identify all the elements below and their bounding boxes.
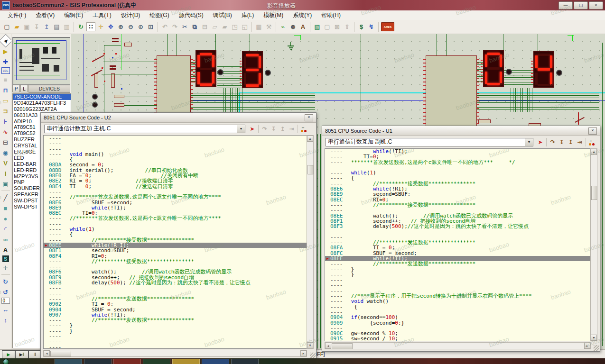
menu-item[interactable]: 调试(B): [208, 10, 237, 20]
menu-item[interactable]: 库(L): [237, 10, 259, 20]
rotate-ccw-icon[interactable]: ↺: [1, 287, 10, 297]
symbol-2d-icon[interactable]: S: [2, 255, 9, 262]
taskbar-item[interactable]: [143, 359, 170, 364]
scroll-right-icon[interactable]: ▸: [584, 343, 590, 349]
block-move-icon[interactable]: ▰: [220, 22, 229, 31]
maximize-button[interactable]: ▢: [574, 1, 588, 9]
bill-of-materials-icon[interactable]: $: [357, 22, 366, 31]
scroll-left-icon[interactable]: ◂: [325, 343, 331, 349]
save-icon[interactable]: ▣: [22, 22, 31, 31]
resize-grip[interactable]: [594, 345, 599, 351]
step-over-icon[interactable]: ↷: [549, 138, 557, 146]
print-icon[interactable]: ▤: [52, 22, 61, 31]
menu-item[interactable]: 帮助(H): [316, 10, 345, 20]
selection-mode-icon[interactable]: ➤: [0, 34, 12, 47]
toggle-grid-icon[interactable]: ∷: [86, 22, 95, 31]
title-bar[interactable]: ISIS baobaoSCommun2 - ISIS Professional …: [0, 0, 605, 10]
scroll-up-icon[interactable]: ▲: [307, 136, 313, 142]
marker-2d-icon[interactable]: ✛: [1, 263, 10, 273]
menu-item[interactable]: 查看(V): [31, 10, 59, 20]
remove-sheet-icon[interactable]: ⊠: [333, 22, 342, 31]
chevron-down-icon[interactable]: ▼: [525, 138, 533, 146]
resize-grip[interactable]: [310, 353, 316, 358]
design-explorer-icon[interactable]: ▧: [313, 22, 322, 31]
scroll-down-icon[interactable]: ▼: [307, 342, 313, 348]
copy-icon[interactable]: ⧉: [190, 22, 199, 31]
menu-item[interactable]: 编辑(E): [59, 10, 88, 20]
mark-print-area-icon[interactable]: ▥: [62, 22, 71, 31]
run-to-cursor-icon[interactable]: ⇥: [288, 125, 296, 133]
run-to-cursor-icon[interactable]: ⇥: [576, 138, 584, 146]
junction-dot-icon[interactable]: ✚: [1, 57, 10, 66]
taskbar-item[interactable]: [202, 359, 229, 364]
circle-2d-icon[interactable]: ●: [1, 214, 10, 223]
flip-h-icon[interactable]: ↔: [1, 305, 10, 314]
scroll-left-icon[interactable]: ◂: [44, 350, 50, 356]
block-delete-icon[interactable]: ◱: [240, 22, 249, 31]
block-rotate-icon[interactable]: ◳: [230, 22, 239, 31]
redo-icon[interactable]: ↷: [170, 22, 179, 31]
device-list-item[interactable]: 7SEG-COM-ANODE: [13, 94, 71, 100]
goto-parent-sheet-icon[interactable]: ⇧: [343, 22, 352, 31]
scrollbar-thumb[interactable]: [50, 351, 71, 357]
cut-icon[interactable]: ✂: [180, 22, 189, 31]
menu-item[interactable]: 绘图(G): [145, 10, 174, 20]
line-2d-icon[interactable]: ╱: [1, 193, 10, 202]
library-manage-button[interactable]: L: [20, 85, 28, 92]
paste-icon[interactable]: ⊟: [200, 22, 209, 31]
close-icon[interactable]: ×: [588, 127, 597, 135]
step-over-icon[interactable]: ↷: [261, 125, 269, 133]
export-file-icon[interactable]: ↥: [42, 22, 51, 31]
source-window-u2[interactable]: 8051 CPU Source Code - U2 × 串行通信计数互加 主机.…: [40, 112, 316, 359]
device-pin-icon[interactable]: ⊦: [1, 117, 10, 126]
chevron-down-icon[interactable]: ▼: [237, 125, 245, 133]
angle-field[interactable]: 0: [1, 298, 10, 304]
debug-run-icon[interactable]: ➤: [536, 138, 544, 146]
device-list-item[interactable]: 02016G223ZAT2A: [13, 106, 71, 112]
menu-item[interactable]: 源代码(S): [174, 10, 208, 20]
vertical-scrollbar[interactable]: ▲ ▼: [307, 135, 314, 349]
code-editor[interactable]: ---- while(!TI);---- TI=0;---- *******首次…: [325, 148, 591, 341]
play-button[interactable]: ▶: [2, 350, 15, 359]
electrical-rules-check-icon[interactable]: ↯: [367, 22, 376, 31]
virtual-instruments-icon[interactable]: ▣: [1, 179, 10, 189]
scroll-down-icon[interactable]: ▼: [591, 335, 597, 341]
subcircuit-icon[interactable]: ▭: [1, 96, 10, 105]
schematic-overview-panel[interactable]: [12, 37, 70, 85]
taskbar-item[interactable]: [172, 359, 200, 364]
netlist-to-ares-icon[interactable]: ARES: [381, 22, 394, 31]
block-copy-icon[interactable]: ▱: [210, 22, 219, 31]
zoom-in-icon[interactable]: ⊕: [116, 22, 125, 31]
redraw-icon[interactable]: ↻: [76, 22, 85, 31]
import-file-icon[interactable]: ↧: [32, 22, 41, 31]
source-file-select[interactable]: 串行通信计数互加 副机.C ▼: [326, 138, 533, 146]
start-button[interactable]: [3, 359, 9, 364]
scroll-right-icon[interactable]: ▸: [300, 350, 307, 356]
windows-taskbar[interactable]: [0, 358, 605, 364]
zoom-out-icon[interactable]: ⊖: [126, 22, 135, 31]
taskbar-item[interactable]: [113, 359, 141, 364]
step-frame-button[interactable]: ▶‖: [15, 350, 28, 359]
source-window-title-bar[interactable]: 8051 CPU Source Code - U2 ×: [41, 113, 316, 123]
step-out-icon[interactable]: ↥: [567, 138, 575, 146]
box-2d-icon[interactable]: ■: [1, 203, 10, 213]
device-list-item[interactable]: 9C04021A4703FLHF3: [13, 100, 71, 106]
menu-item[interactable]: 模板(M): [259, 10, 288, 20]
close-button[interactable]: ×: [589, 1, 603, 9]
rotate-cw-icon[interactable]: ↻: [1, 277, 10, 286]
scrollbar-thumb[interactable]: [332, 343, 353, 349]
minimize-button[interactable]: —: [558, 1, 573, 9]
wire-label-icon[interactable]: LBL: [1, 67, 10, 74]
new-sheet-icon[interactable]: ▢: [323, 22, 332, 31]
scroll-up-icon[interactable]: ▲: [591, 149, 597, 155]
vertical-scrollbar[interactable]: ▲ ▼: [590, 148, 597, 341]
voltage-probe-icon[interactable]: V: [1, 158, 10, 168]
make-device-icon[interactable]: ⚒: [264, 22, 273, 31]
graph-mode-icon[interactable]: ∿: [1, 127, 10, 136]
origin-icon[interactable]: ✛: [96, 22, 105, 31]
pause-button[interactable]: ‖: [28, 350, 42, 359]
pick-device-button[interactable]: P: [12, 85, 20, 92]
wire-autoroute-icon[interactable]: ⌁: [279, 22, 288, 31]
bus-mode-icon[interactable]: ⊓: [1, 85, 10, 95]
step-out-icon[interactable]: ↥: [279, 125, 287, 133]
